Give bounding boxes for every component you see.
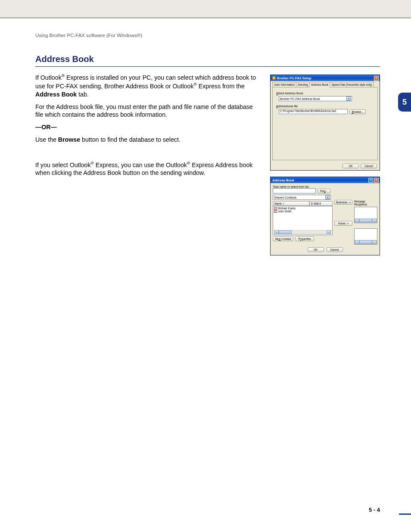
breadcrumb-text: Using Brother PC-FAX software (For Windo…	[35, 33, 142, 38]
tab-user-information[interactable]: User Information	[272, 82, 296, 87]
addressbook-file-label: Addressbook file Addressbook file	[276, 105, 374, 108]
scroll-right-icon[interactable]: ›	[372, 240, 377, 244]
tab-speed-dial[interactable]: Speed Dial (Facsimile style only)	[330, 82, 374, 87]
recipients-label: Message Recipients:	[354, 200, 377, 206]
paragraph-3: Use the Browse button to find the databa…	[35, 136, 258, 144]
window-title: Address Book	[272, 178, 294, 182]
chevron-down-icon[interactable]: ▾	[325, 195, 330, 199]
chapter-tab: 5	[398, 93, 411, 112]
paragraph-1: If Outlook® Express is installed on your…	[35, 73, 258, 99]
list-header: Name ▽ E-Mail A	[273, 201, 333, 206]
combo-value: Brother PC-FAX Address Book	[280, 97, 320, 100]
ok-button[interactable]: OK	[342, 164, 359, 168]
scroll-thumb[interactable]	[279, 230, 292, 234]
shared-contacts-combo[interactable]: Shared Contacts ▾	[273, 195, 331, 200]
properties-button[interactable]: Properties Properties	[295, 236, 314, 241]
section-title: Address Book	[35, 54, 380, 67]
titlebar: Address Book ? ×	[271, 177, 380, 183]
scroll-left-icon[interactable]: ‹	[274, 230, 279, 234]
scrollbar[interactable]: ‹ ›	[355, 240, 377, 244]
chevron-down-icon[interactable]: ▾	[346, 96, 351, 101]
cancel-button[interactable]: Cancel	[327, 247, 343, 252]
window-title: Brother PC-FAX Setup	[277, 76, 311, 80]
address-book-dialog: Address Book ? × Type name or select fro…	[270, 177, 380, 255]
find-button[interactable]: Find... Find...	[318, 189, 330, 193]
scroll-left-icon[interactable]: ‹	[355, 240, 359, 244]
scroll-thumb[interactable]	[359, 240, 372, 244]
home-recipients-box[interactable]: ‹ ›	[354, 228, 377, 245]
browse-button[interactable]: Browse... Browse...	[349, 109, 366, 114]
scroll-thumb[interactable]	[359, 219, 372, 222]
business-recipients-box[interactable]: ‹ ›	[354, 207, 377, 223]
breadcrumb: Using Brother PC-FAX software (For Windo…	[35, 33, 380, 38]
top-bar	[0, 0, 411, 18]
address-book-combo[interactable]: Brother PC-FAX Address Book ▾	[279, 96, 352, 101]
pcfax-setup-dialog: Brother PC-FAX Setup × User Information …	[270, 75, 380, 171]
footer-accent	[399, 513, 411, 515]
contacts-list[interactable]: Michael Evans John Smith ‹ ›	[273, 206, 333, 235]
app-icon	[272, 76, 276, 80]
list-item[interactable]: John Smith	[274, 210, 331, 213]
cancel-button[interactable]: Cancel	[361, 164, 377, 168]
paragraph-2: For the Address book file, you must ente…	[35, 103, 258, 119]
col-name[interactable]: Name ▽	[273, 201, 309, 206]
list-item[interactable]: Michael Evans	[274, 207, 331, 210]
select-address-book-label: SSelect Address Bookelect Address Book	[276, 92, 374, 95]
tab-panel: SSelect Address Bookelect Address Book B…	[272, 87, 378, 160]
col-email[interactable]: E-Mail A	[309, 201, 333, 206]
tab-address-book[interactable]: Address Book	[309, 82, 330, 87]
scrollbar[interactable]: ‹ ›	[355, 218, 377, 223]
tab-sending[interactable]: Sending	[296, 82, 310, 87]
scroll-right-icon[interactable]: ›	[372, 219, 377, 222]
home-button[interactable]: Home ->	[334, 221, 352, 226]
name-input[interactable]	[273, 188, 316, 193]
business-button[interactable]: Business ->	[334, 200, 352, 205]
scrollbar[interactable]: ‹ ›	[274, 230, 331, 234]
tab-strip: User Information Sending Address Book Sp…	[272, 82, 378, 87]
path-input[interactable]: C:\Program Files\Brother\Brmfl04\Address…	[279, 109, 348, 114]
new-contact-button[interactable]: New Contact New Contact	[273, 236, 293, 241]
scroll-left-icon[interactable]: ‹	[355, 219, 359, 222]
or-separator: —OR—	[35, 123, 258, 131]
titlebar: Brother PC-FAX Setup ×	[271, 75, 380, 81]
help-icon[interactable]: ?	[368, 178, 373, 183]
close-icon[interactable]: ×	[374, 76, 379, 81]
ok-button[interactable]: OK	[308, 247, 324, 252]
combo-value: Shared Contacts	[274, 196, 296, 199]
type-name-label: Type name or select from list:	[273, 185, 377, 188]
contact-icon	[274, 210, 277, 213]
paragraph-4: If you select Outlook® Express, you can …	[35, 160, 258, 177]
body-text: If Outlook® Express is installed on your…	[35, 73, 258, 181]
contact-icon	[274, 207, 277, 210]
scroll-right-icon[interactable]: ›	[327, 230, 331, 234]
page-number: 5 - 4	[369, 507, 380, 513]
close-icon[interactable]: ×	[374, 178, 379, 183]
